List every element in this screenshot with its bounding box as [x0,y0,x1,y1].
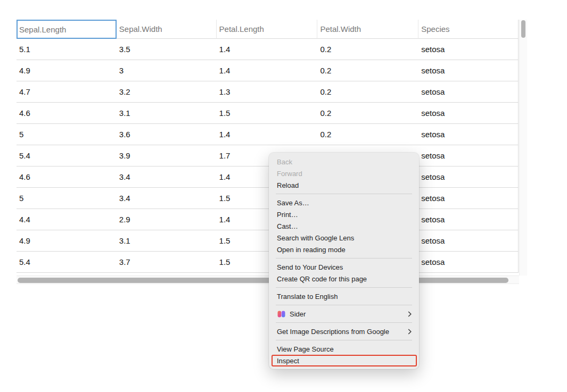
table-cell: 3.2 [117,81,217,102]
table-cell: 2.9 [117,209,217,230]
table-cell: setosa [418,230,518,251]
column-header-petal-width[interactable]: Petal.Width [317,20,418,39]
menu-item-label: Sider [290,310,306,318]
table-row: 5.13.51.40.2setosa [17,39,518,60]
table-cell: 3.1 [117,230,217,251]
menu-item-inspect[interactable]: Inspect [272,355,417,366]
column-header-sepal-width[interactable]: Sepal.Width [117,20,217,39]
submenu-chevron-icon [408,311,412,317]
menu-item-label: Print… [277,211,298,219]
table-cell: 0.2 [317,81,418,102]
menu-item-label: Open in reading mode [277,246,346,254]
table-cell: 0.2 [317,60,418,81]
table-cell: 1.4 [217,39,318,60]
menu-separator [276,305,412,305]
table-cell: 0.2 [317,39,418,60]
sider-brain-icon [277,310,285,318]
table-cell: 4.6 [17,166,117,187]
table-row: 4.63.41.4setosa [17,166,518,188]
context-menu: BackForwardReloadSave As…Print…Cast…Sear… [269,153,419,369]
table-cell: 5 [17,188,117,208]
table-cell: setosa [418,188,518,208]
menu-separator [276,322,412,323]
menu-item-translate-to-english[interactable]: Translate to English [269,290,419,302]
table-cell: setosa [418,124,518,145]
table-row: 4.42.91.4setosa [17,209,518,230]
menu-item-save-as[interactable]: Save As… [269,197,419,208]
menu-separator [276,194,412,194]
table-cell: 1.4 [217,124,318,145]
table-cell: 5.4 [17,145,117,166]
column-header-species[interactable]: Species [418,20,518,39]
menu-item-label: Send to Your Devices [277,263,343,271]
table-row: 4.931.40.2setosa [17,60,518,81]
table-row: 5.43.91.7setosa [17,145,518,166]
table-cell: setosa [418,60,518,81]
table-cell: 4.7 [17,81,117,102]
menu-item-label: Cast… [277,222,298,230]
table-cell: 3 [117,60,217,81]
table-cell: 1.5 [217,103,318,123]
menu-item-label: Search with Google Lens [277,234,354,242]
menu-separator [276,258,412,258]
data-table: Sepal.LengthSepal.WidthPetal.LengthPetal… [17,20,519,273]
table-cell: setosa [418,39,518,60]
menu-item-reload[interactable]: Reload [269,179,419,191]
menu-item-forward: Forward [269,168,419,179]
menu-separator [276,287,412,288]
table-cell: 3.6 [117,124,217,145]
table-cell: 4.6 [17,103,117,123]
table-cell: setosa [418,103,518,123]
column-header-sepal-length[interactable]: Sepal.Length [17,20,117,39]
horizontal-scrollbar-thumb[interactable] [18,278,508,283]
table-cell: 4.9 [17,60,117,81]
table-cell: setosa [418,252,518,272]
menu-separator [276,340,412,340]
menu-item-label: Forward [277,170,302,178]
menu-item-search-with-google-lens[interactable]: Search with Google Lens [269,232,419,244]
submenu-chevron-icon [408,329,412,335]
table-cell: setosa [418,209,518,230]
table-header: Sepal.LengthSepal.WidthPetal.LengthPetal… [17,20,518,39]
table-cell: setosa [418,145,518,166]
table-cell: setosa [418,81,518,102]
column-header-petal-length[interactable]: Petal.Length [217,20,318,39]
menu-item-label: Create QR code for this page [277,275,367,283]
vertical-scrollbar-thumb[interactable] [521,20,525,38]
menu-item-back: Back [269,156,419,168]
table-cell: 1.3 [217,81,318,102]
menu-item-cast[interactable]: Cast… [269,220,419,232]
table-cell: 3.1 [117,103,217,123]
menu-item-get-image-descriptions-from-google[interactable]: Get Image Descriptions from Google [269,326,419,337]
menu-item-create-qr-code-for-this-page[interactable]: Create QR code for this page [269,273,419,285]
table-cell: 3.9 [117,145,217,166]
menu-item-label: Save As… [277,199,309,207]
table-cell: 3.4 [117,166,217,187]
menu-item-label: Get Image Descriptions from Google [277,328,389,336]
table-cell: 5 [17,124,117,145]
menu-item-label: View Page Source [277,345,334,353]
menu-item-label: Translate to English [277,293,338,301]
menu-item-label: Back [277,158,292,166]
table-row: 4.63.11.50.2setosa [17,103,518,124]
table-cell: 0.2 [317,103,418,123]
menu-item-send-to-your-devices[interactable]: Send to Your Devices [269,261,419,273]
menu-item-sider[interactable]: Sider [269,308,419,320]
table-cell: 3.7 [117,252,217,272]
table-cell: 3.4 [117,188,217,208]
table-body: 5.13.51.40.2setosa4.931.40.2setosa4.73.2… [17,39,518,273]
table-row: 53.41.5setosa [17,188,518,209]
table-cell: 3.5 [117,39,217,60]
table-cell: 0.2 [317,124,418,145]
table-row: 4.73.21.30.2setosa [17,81,518,103]
menu-item-view-page-source[interactable]: View Page Source [269,343,419,355]
table-cell: setosa [418,166,518,187]
table-row: 5.43.71.5setosa [17,252,518,273]
horizontal-scrollbar[interactable] [17,276,519,284]
menu-item-print[interactable]: Print… [269,208,419,220]
menu-item-open-in-reading-mode[interactable]: Open in reading mode [269,244,419,255]
vertical-scrollbar[interactable] [519,20,527,276]
table-cell: 1.4 [217,60,318,81]
menu-item-label: Reload [277,181,299,189]
table-cell: 5.4 [17,252,117,272]
